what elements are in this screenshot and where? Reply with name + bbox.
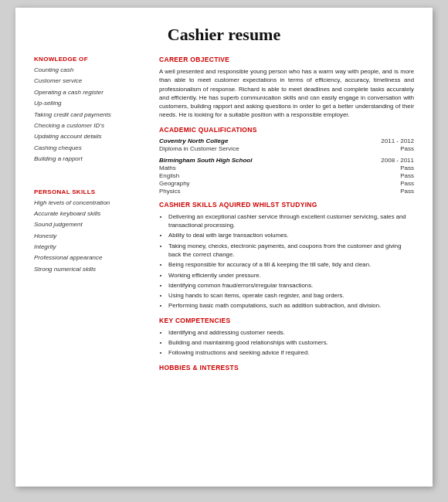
list-item: Performing basic math computations, such… bbox=[168, 301, 414, 310]
subject-row: Diploma in Customer Service Pass bbox=[159, 145, 414, 152]
subject-result: Pass bbox=[400, 188, 414, 195]
subject-row: English Pass bbox=[159, 172, 414, 179]
list-item: Operating a cash register bbox=[34, 89, 148, 97]
school-row: Birmingham South High School 2008 - 2011 bbox=[159, 157, 414, 164]
career-heading: CAREER OBJECTIVE bbox=[159, 56, 414, 63]
list-item: Being responsible for accuracy of a till… bbox=[168, 260, 414, 269]
competencies-list: Identifying and addressing customer need… bbox=[159, 328, 414, 358]
list-item: Updating account details bbox=[34, 133, 148, 141]
school-name: Coventry North College bbox=[159, 137, 228, 144]
knowledge-list: Counting cash Customer service Operating… bbox=[34, 66, 148, 164]
list-item: Checking a customer ID's bbox=[34, 122, 148, 130]
subject-name: Maths bbox=[159, 165, 176, 171]
page-title: Cashier resume bbox=[34, 25, 414, 45]
personal-skills-heading: PERSONAL SKILLS bbox=[34, 188, 148, 195]
content-area: KNOWLEDGE OF Counting cash Customer serv… bbox=[34, 56, 414, 375]
skills-heading: CASHIER SKILLS AQUIRED WHILST STUDYING bbox=[159, 201, 414, 209]
list-item: Ability to deal with large transaction v… bbox=[168, 231, 414, 239]
academic-heading: ACADEMIC QUALIFICATIONS bbox=[159, 126, 414, 134]
school-block: Birmingham South High School 2008 - 2011… bbox=[159, 157, 414, 195]
school-years: 2008 - 2011 bbox=[381, 157, 414, 164]
knowledge-heading: KNOWLEDGE OF bbox=[34, 56, 148, 63]
list-item: Integrity bbox=[34, 243, 148, 251]
subject-result: Pass bbox=[400, 165, 414, 171]
subject-name: Geography bbox=[159, 180, 190, 187]
resume-page: Cashier resume KNOWLEDGE OF Counting cas… bbox=[15, 8, 433, 487]
list-item: Using hands to scan items, operate cash … bbox=[168, 291, 414, 300]
competencies-heading: KEY COMPETENCIES bbox=[159, 317, 414, 324]
list-item: Taking credit card payments bbox=[34, 111, 148, 119]
hobbies-heading: HOBBIES & INTERESTS bbox=[159, 364, 414, 371]
subject-name: English bbox=[159, 172, 179, 179]
list-item: High levels of concentration bbox=[34, 199, 148, 207]
list-item: Identifying and addressing customer need… bbox=[168, 328, 414, 337]
skills-list: Delivering an exceptional cashier servic… bbox=[159, 212, 414, 310]
school-name: Birmingham South High School bbox=[159, 157, 252, 164]
list-item: Honesty bbox=[34, 232, 148, 240]
subject-name: Diploma in Customer Service bbox=[159, 145, 239, 152]
left-column: KNOWLEDGE OF Counting cash Customer serv… bbox=[34, 56, 148, 375]
list-item: Identifying common fraud/errors/irregula… bbox=[168, 281, 414, 290]
subject-row: Maths Pass bbox=[159, 165, 414, 171]
subject-result: Pass bbox=[400, 172, 414, 179]
school-row: Coventry North College 2011 - 2012 bbox=[159, 137, 414, 144]
school-block: Coventry North College 2011 - 2012 Diplo… bbox=[159, 137, 414, 152]
subject-name: Physics bbox=[159, 188, 181, 195]
personal-list: High levels of concentration Accurate ke… bbox=[34, 199, 148, 274]
subject-row: Physics Pass bbox=[159, 188, 414, 195]
list-item: Sound judgement bbox=[34, 221, 148, 229]
school-years: 2011 - 2012 bbox=[381, 137, 414, 144]
list-item: Accurate keyboard skills bbox=[34, 210, 148, 218]
right-column: CAREER OBJECTIVE A well presented and re… bbox=[159, 56, 414, 375]
list-item: Delivering an exceptional cashier servic… bbox=[168, 212, 414, 230]
list-item: Building a rapport bbox=[34, 155, 148, 163]
list-item: Professional appearance bbox=[34, 254, 148, 262]
list-item: Working efficiently under pressure. bbox=[168, 271, 414, 280]
subject-result: Pass bbox=[400, 180, 414, 187]
list-item: Customer service bbox=[34, 77, 148, 85]
list-item: Strong numerical skills bbox=[34, 266, 148, 273]
subject-result: Pass bbox=[400, 145, 414, 152]
subject-row: Geography Pass bbox=[159, 180, 414, 187]
list-item: Building and maintaining good relationsh… bbox=[168, 338, 414, 347]
career-text: A well presented and responsible young p… bbox=[159, 67, 414, 120]
list-item: Counting cash bbox=[34, 66, 148, 74]
list-item: Taking money, checks, electronic payment… bbox=[168, 242, 414, 259]
list-item: Cashing cheques bbox=[34, 144, 148, 152]
list-item: Following instructions and seeking advic… bbox=[168, 348, 414, 357]
list-item: Up-selling bbox=[34, 100, 148, 107]
